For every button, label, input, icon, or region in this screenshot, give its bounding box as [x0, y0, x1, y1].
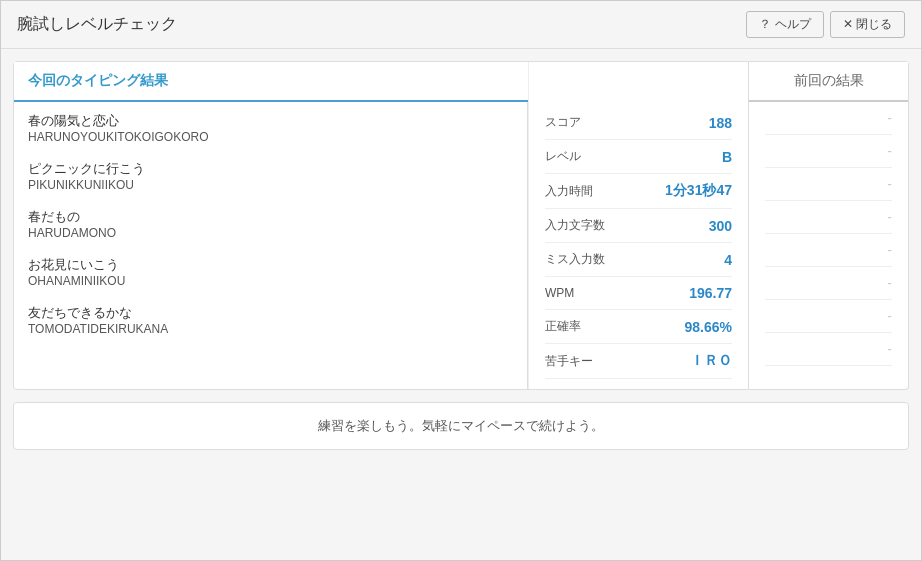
song-romaji: TOMODATIDEKIRUKANA — [28, 322, 513, 336]
stat-label: ミス入力数 — [545, 251, 605, 268]
help-button[interactable]: ？ ヘルプ — [746, 11, 823, 38]
stat-row: レベル B — [545, 140, 732, 174]
song-japanese: 春の陽気と恋心 — [28, 112, 513, 130]
stat-value: B — [722, 149, 732, 165]
stats-panel: スコア 188 レベル B 入力時間 1分31秒47 入力文字数 300 ミス入… — [528, 62, 748, 389]
previous-results-title: 前回の結果 — [794, 72, 864, 88]
window-title: 腕試しレベルチェック — [17, 14, 177, 35]
stat-row: スコア 188 — [545, 106, 732, 140]
stat-label: WPM — [545, 286, 574, 300]
stat-label: レベル — [545, 148, 581, 165]
left-section: 今回のタイピング結果 春の陽気と恋心 HARUNOYOUKITOKOIGOKOR… — [14, 62, 528, 389]
prev-stat-value: - — [887, 341, 892, 357]
prev-stat-row: - — [765, 300, 892, 333]
stat-row: ミス入力数 4 — [545, 243, 732, 277]
prev-stat-row: - — [765, 333, 892, 366]
stat-row: WPM 196.77 — [545, 277, 732, 310]
stats-rows: スコア 188 レベル B 入力時間 1分31秒47 入力文字数 300 ミス入… — [545, 106, 732, 379]
song-romaji: PIKUNIKKUNIIKOU — [28, 178, 513, 192]
footer: 練習を楽しもう。気軽にマイペースで続けよう。 — [13, 402, 909, 450]
prev-stat-row: - — [765, 168, 892, 201]
stat-label: 正確率 — [545, 318, 581, 335]
main-container: 今回のタイピング結果 春の陽気と恋心 HARUNOYOUKITOKOIGOKOR… — [1, 49, 921, 402]
stat-label: 入力文字数 — [545, 217, 605, 234]
app-window: 腕試しレベルチェック ？ ヘルプ ✕ 閉じる 今回のタイピング結果 春の陽気と恋… — [0, 0, 922, 561]
stat-label: スコア — [545, 114, 581, 131]
prev-stat-row: - — [765, 135, 892, 168]
song-japanese: ピクニックに行こう — [28, 160, 513, 178]
footer-message: 練習を楽しもう。気軽にマイペースで続けよう。 — [318, 418, 604, 433]
prev-stat-value: - — [887, 110, 892, 126]
previous-stats-rows: -------- — [749, 102, 908, 366]
list-item: 春の陽気と恋心 HARUNOYOUKITOKOIGOKORO — [28, 112, 513, 144]
prev-stat-row: - — [765, 201, 892, 234]
close-button[interactable]: ✕ 閉じる — [830, 11, 905, 38]
prev-stat-value: - — [887, 308, 892, 324]
stat-row: 正確率 98.66% — [545, 310, 732, 344]
song-list[interactable]: 春の陽気と恋心 HARUNOYOUKITOKOIGOKORO ピクニックに行こう… — [14, 102, 528, 389]
song-romaji: OHANAMINIIKOU — [28, 274, 513, 288]
list-item: お花見にいこう OHANAMINIIKOU — [28, 256, 513, 288]
prev-stat-value: - — [887, 176, 892, 192]
stat-value: ＩＲＯ — [690, 352, 732, 370]
prev-stat-value: - — [887, 242, 892, 258]
stat-value: 1分31秒47 — [665, 182, 732, 200]
song-japanese: お花見にいこう — [28, 256, 513, 274]
previous-results-header: 前回の結果 — [749, 62, 908, 102]
list-item: ピクニックに行こう PIKUNIKKUNIIKOU — [28, 160, 513, 192]
prev-stat-row: - — [765, 267, 892, 300]
title-bar: 腕試しレベルチェック ？ ヘルプ ✕ 閉じる — [1, 1, 921, 49]
list-item: 春だもの HARUDAMONO — [28, 208, 513, 240]
song-japanese: 春だもの — [28, 208, 513, 226]
title-buttons: ？ ヘルプ ✕ 閉じる — [746, 11, 905, 38]
song-japanese: 友だちできるかな — [28, 304, 513, 322]
prev-stat-value: - — [887, 275, 892, 291]
current-results-header: 今回のタイピング結果 — [14, 62, 528, 102]
list-item: 友だちできるかな TOMODATIDEKIRUKANA — [28, 304, 513, 336]
song-romaji: HARUNOYOUKITOKOIGOKORO — [28, 130, 513, 144]
song-romaji: HARUDAMONO — [28, 226, 513, 240]
prev-stat-value: - — [887, 209, 892, 225]
prev-stat-value: - — [887, 143, 892, 159]
stat-value: 98.66% — [685, 319, 732, 335]
stat-label: 苦手キー — [545, 353, 593, 370]
prev-stat-row: - — [765, 234, 892, 267]
stat-label: 入力時間 — [545, 183, 593, 200]
stat-value: 196.77 — [689, 285, 732, 301]
stat-row: 入力文字数 300 — [545, 209, 732, 243]
right-panel: 前回の結果 -------- — [749, 61, 909, 390]
left-panel-wrapper: 今回のタイピング結果 春の陽気と恋心 HARUNOYOUKITOKOIGOKOR… — [13, 61, 749, 390]
stat-value: 4 — [724, 252, 732, 268]
stat-row: 入力時間 1分31秒47 — [545, 174, 732, 209]
stat-value: 188 — [709, 115, 732, 131]
prev-stat-row: - — [765, 102, 892, 135]
current-results-title: 今回のタイピング結果 — [28, 72, 168, 88]
stat-value: 300 — [709, 218, 732, 234]
stat-row: 苦手キー ＩＲＯ — [545, 344, 732, 379]
